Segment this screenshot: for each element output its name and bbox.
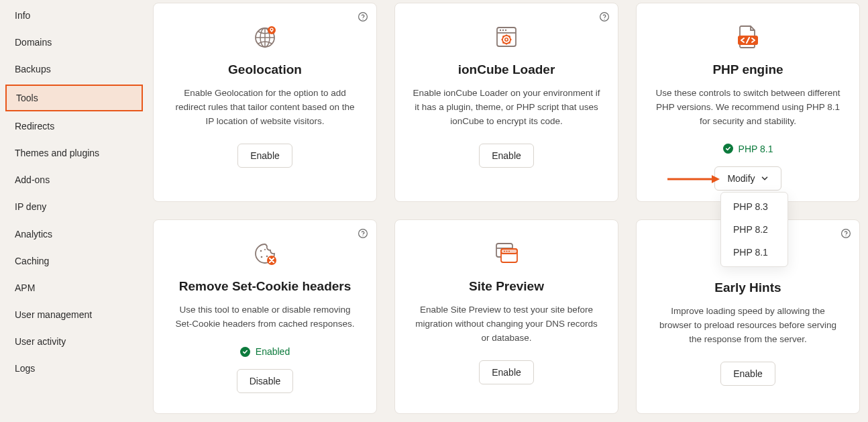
card-title: PHP engine bbox=[712, 62, 783, 77]
sidebar-item-user-activity[interactable]: User activity bbox=[0, 328, 145, 355]
card-title: Site Preview bbox=[469, 279, 544, 294]
card-title: Early Hints bbox=[714, 280, 781, 295]
card-php-engine: PHP engine Use these controls to switch … bbox=[636, 3, 860, 202]
sidebar-item-tools[interactable]: Tools bbox=[5, 85, 143, 111]
dropdown-item-php82[interactable]: PHP 8.2 bbox=[721, 218, 788, 241]
svg-point-26 bbox=[260, 250, 262, 252]
enable-button[interactable]: Enable bbox=[237, 144, 292, 168]
status-text: Enabled bbox=[256, 346, 290, 357]
svg-point-35 bbox=[504, 251, 505, 252]
enable-button[interactable]: Enable bbox=[479, 360, 534, 384]
check-icon bbox=[723, 144, 733, 154]
sidebar-item-caching[interactable]: Caching bbox=[0, 248, 145, 274]
check-icon bbox=[240, 347, 250, 357]
sidebar-item-logs[interactable]: Logs bbox=[0, 355, 145, 382]
svg-point-1 bbox=[362, 19, 363, 19]
card-title: Geolocation bbox=[228, 62, 302, 77]
card-title: Remove Set-Cookie headers bbox=[179, 279, 351, 294]
help-icon[interactable] bbox=[599, 11, 610, 22]
svg-point-14 bbox=[505, 38, 508, 41]
svg-point-11 bbox=[502, 30, 504, 31]
card-geolocation: Geolocation Enable Geolocation for the o… bbox=[153, 3, 377, 202]
card-ioncube: ionCube Loader Enable ionCube Loader on … bbox=[394, 3, 618, 202]
sidebar-item-ip-deny[interactable]: IP deny bbox=[0, 193, 145, 220]
status-badge: PHP 8.1 bbox=[723, 144, 773, 154]
svg-point-36 bbox=[506, 251, 508, 252]
help-icon[interactable] bbox=[840, 228, 851, 239]
card-description: Improve loading speed by allowing the br… bbox=[654, 305, 842, 347]
modify-button-label: Modify bbox=[727, 173, 755, 184]
svg-point-6 bbox=[600, 13, 609, 21]
svg-point-7 bbox=[604, 19, 604, 19]
svg-point-38 bbox=[842, 229, 851, 238]
svg-point-5 bbox=[271, 29, 273, 31]
svg-point-29 bbox=[264, 249, 266, 250]
svg-line-19 bbox=[503, 36, 504, 38]
enable-button[interactable]: Enable bbox=[720, 362, 775, 386]
svg-point-10 bbox=[500, 30, 501, 31]
sidebar-item-backups[interactable]: Backups bbox=[0, 56, 145, 83]
card-description: Enable ionCube Loader on your environmen… bbox=[413, 87, 600, 129]
status-badge: Enabled bbox=[240, 346, 290, 357]
svg-point-39 bbox=[845, 235, 846, 236]
sidebar-item-apm[interactable]: APM bbox=[0, 274, 145, 301]
card-site-preview: Site Preview Enable Site Preview to test… bbox=[394, 219, 618, 414]
sidebar-item-info[interactable]: Info bbox=[0, 2, 145, 29]
card-description: Enable Geolocation for the option to add… bbox=[171, 87, 359, 129]
dropdown-item-php83[interactable]: PHP 8.3 bbox=[721, 195, 788, 218]
sidebar-item-addons[interactable]: Add-ons bbox=[0, 166, 145, 193]
svg-line-21 bbox=[509, 36, 510, 38]
code-file-icon bbox=[735, 23, 761, 50]
help-icon[interactable] bbox=[358, 11, 368, 22]
php-version-dropdown: PHP 8.3 PHP 8.2 PHP 8.1 bbox=[720, 192, 788, 267]
card-set-cookie: Remove Set-Cookie headers Use this tool … bbox=[153, 219, 377, 414]
svg-point-0 bbox=[359, 13, 368, 21]
svg-line-22 bbox=[503, 42, 504, 44]
status-text: PHP 8.1 bbox=[739, 144, 773, 154]
card-title: ionCube Loader bbox=[458, 62, 555, 77]
svg-point-24 bbox=[359, 229, 368, 238]
help-icon[interactable] bbox=[358, 228, 368, 239]
svg-line-20 bbox=[509, 42, 510, 44]
sidebar-item-user-management[interactable]: User management bbox=[0, 301, 145, 328]
svg-point-27 bbox=[261, 256, 263, 258]
sidebar-item-analytics[interactable]: Analytics bbox=[0, 221, 145, 248]
card-description: Use these controls to switch between dif… bbox=[654, 87, 842, 129]
enable-button[interactable]: Enable bbox=[479, 144, 534, 168]
disable-button[interactable]: Disable bbox=[237, 369, 294, 393]
sidebar-item-themes-plugins[interactable]: Themes and plugins bbox=[0, 140, 145, 166]
cookie-remove-icon bbox=[252, 240, 278, 267]
dropdown-item-php81[interactable]: PHP 8.1 bbox=[721, 241, 788, 264]
card-description: Enable Site Preview to test your site be… bbox=[413, 303, 600, 346]
sidebar-item-redirects[interactable]: Redirects bbox=[0, 113, 145, 140]
svg-point-25 bbox=[362, 235, 363, 236]
card-description: Use this tool to enable or disable remov… bbox=[171, 303, 359, 331]
windows-icon bbox=[493, 240, 520, 267]
svg-point-28 bbox=[266, 256, 268, 258]
svg-point-12 bbox=[505, 30, 506, 31]
content-area: Geolocation Enable Geolocation for the o… bbox=[145, 0, 868, 422]
globe-icon bbox=[252, 23, 278, 50]
modify-button[interactable]: Modify bbox=[714, 166, 781, 191]
svg-point-37 bbox=[508, 251, 510, 252]
sidebar-item-domains[interactable]: Domains bbox=[0, 29, 145, 56]
chevron-down-icon bbox=[761, 174, 769, 182]
browser-gear-icon bbox=[493, 23, 520, 50]
sidebar: Info Domains Backups Tools Redirects The… bbox=[0, 0, 145, 422]
